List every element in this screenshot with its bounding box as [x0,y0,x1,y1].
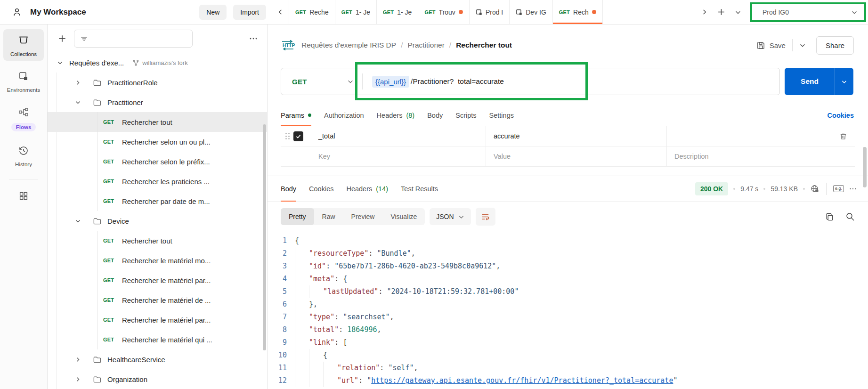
request-rechercher-tout[interactable]: GETRechercher tout [48,112,267,132]
param-description-cell[interactable] [667,126,855,146]
tabs-scroll-left-icon[interactable] [272,0,289,24]
rail-item-history[interactable]: History [3,140,44,171]
rail-item-flows[interactable]: Flows [3,102,44,135]
url-input[interactable]: {{api_url}} /Practitioner?_total=accurat… [363,76,504,88]
response-tab-cookies[interactable]: Cookies [309,176,333,201]
cookies-link[interactable]: Cookies [827,112,854,119]
request-tab-body[interactable]: Body [427,105,443,126]
view-visualize[interactable]: Visualize [382,208,425,225]
tab-1-je[interactable]: GET1- Je [377,0,418,24]
tab-trouv[interactable]: GETTrouv [418,0,470,24]
json-token: : [358,374,367,387]
folder-practitionerrole[interactable]: PractitionerRole [48,73,267,92]
import-button[interactable]: Import [233,5,266,20]
request-rechercher-les-praticiens[interactable]: GETRechercher les praticiens ... [48,171,267,191]
chevron-down-icon [851,9,858,16]
send-options-chevron-icon[interactable] [835,68,853,95]
response-size[interactable]: 59.13 KB [771,185,798,193]
globe-lock-icon[interactable] [810,184,819,194]
folder-practitioner[interactable]: Practitioner [48,92,267,112]
view-preview[interactable]: Preview [343,208,383,225]
param-key-input[interactable]: Key [311,146,486,166]
json-token: { [323,349,327,362]
sidebar-scrollbar[interactable] [263,124,266,350]
url-variable-chip[interactable]: {{api_url}} [372,76,409,88]
drag-handle-icon[interactable] [285,133,290,139]
add-collection-icon[interactable] [58,34,66,43]
main-scrollbar[interactable] [863,147,867,187]
request-rechercher-selon-un-ou-pl[interactable]: GETRechercher selon un ou pl... [48,132,267,152]
json-token: "url" [337,374,358,387]
folder-device[interactable]: Device [48,211,267,231]
format-selector[interactable]: JSON [430,208,471,225]
save-options-chevron-icon[interactable] [799,42,806,49]
breadcrumb-item-requ-tes-d-exemple-iris-dp[interactable]: Requêtes d'exemple IRIS DP [301,41,396,49]
request-rechercher-le-mat-riel-qui[interactable]: GETRechercher le matériel qui ... [48,330,267,349]
json-token: : [334,311,343,324]
tab-reche[interactable]: GETReche [289,0,335,24]
breadcrumb-item-rechercher-tout[interactable]: Rechercher tout [456,41,512,49]
response-tab-body[interactable]: Body [281,176,296,201]
rail-item-collections[interactable]: Collections [3,29,44,61]
response-tab-headers[interactable]: Headers(14) [346,176,388,201]
request-tab-headers[interactable]: Headers(8) [377,105,415,126]
request-rechercher-le-mat-riel-mo[interactable]: GETRechercher le matériel mo... [48,251,267,270]
tab-options-chevron-icon[interactable] [730,5,746,20]
tabs-scroll-right-icon[interactable] [697,5,712,20]
json-token: , [377,324,381,336]
new-button[interactable]: New [199,5,227,20]
copy-icon[interactable] [825,212,834,221]
status-badge[interactable]: 200 OK [695,182,728,195]
view-raw[interactable]: Raw [314,208,343,225]
request-header-row: HTTP Requêtes d'exemple IRIS DP/Practiti… [268,24,868,61]
response-time[interactable]: 9.47 s [740,185,758,193]
collection-root-row[interactable]: Requêtes d'exe...williamazis's fork [48,53,267,73]
wrap-lines-icon[interactable] [476,208,495,226]
tab-prod-i[interactable]: Prod I [470,0,510,24]
url-path: /Practitioner?_total=accurate [411,77,504,86]
response-tab-test-results[interactable]: Test Results [401,176,438,201]
share-button[interactable]: Share [816,36,854,55]
delete-param-icon[interactable] [839,132,847,140]
request-tab-authorization[interactable]: Authorization [324,105,364,126]
folder-name: Organization [107,375,147,383]
request-rechercher-le-mat-riel-de[interactable]: GETRechercher le matériel de ... [48,290,267,310]
new-tab-icon[interactable] [714,5,729,20]
workspace-title[interactable]: My Workspace [30,8,86,17]
request-rechercher-le-mat-riel-par[interactable]: GETRechercher le matériel par... [48,310,267,330]
param-description-input[interactable]: Description [667,146,855,166]
user-icon[interactable] [9,5,24,20]
request-tab-params[interactable]: Params [281,105,311,126]
json-link[interactable]: https://gateway.api.esante.gouv.fr/fhir/… [371,374,673,387]
sidebar-search-input[interactable] [74,30,193,48]
param-value-cell[interactable]: accurate [486,126,667,146]
view-pretty[interactable]: Pretty [281,208,314,225]
search-icon[interactable] [845,212,855,221]
save-button[interactable]: Save [756,41,786,50]
tab-dev-ig[interactable]: Dev IG [510,0,553,24]
param-checkbox[interactable] [293,131,303,141]
rail-item-more-tools[interactable] [3,186,44,207]
request-tab-scripts[interactable]: Scripts [455,105,476,126]
method-selector[interactable]: GET [281,78,362,86]
param-key-cell[interactable]: _total [311,126,486,146]
folder-organization[interactable]: Organization [48,369,267,389]
tab-rech[interactable]: GETRech [553,0,603,24]
folder-healthcareservice[interactable]: HealthcareService [48,349,267,369]
rail-item-environments[interactable]: Environments [3,66,44,97]
breadcrumb-item-practitioner[interactable]: Practitioner [407,41,444,49]
tab-1-je[interactable]: GET1- Je [335,0,377,24]
param-value-input[interactable]: Value [486,146,667,166]
sidebar-more-options-icon[interactable] [249,34,258,43]
request-rechercher-selon-le-pr-fix[interactable]: GETRechercher selon le préfix... [48,152,267,171]
request-rechercher-le-mat-riel-par[interactable]: GETRechercher le matériel par... [48,270,267,290]
environment-selector[interactable]: Prod IG0 [750,2,866,22]
save-as-example-icon[interactable]: e.g. [833,185,844,192]
send-button[interactable]: Send [785,68,853,95]
response-body-code[interactable]: 1{2"resourceType": "Bundle",3"id": "65be… [268,232,868,389]
request-tab-settings[interactable]: Settings [489,105,514,126]
request-rechercher-par-date-de-m[interactable]: GETRechercher par date de m... [48,191,267,211]
rail-item-label: Collections [10,51,37,57]
more-options-icon[interactable] [849,185,857,193]
request-rechercher-tout[interactable]: GETRechercher tout [48,231,267,251]
